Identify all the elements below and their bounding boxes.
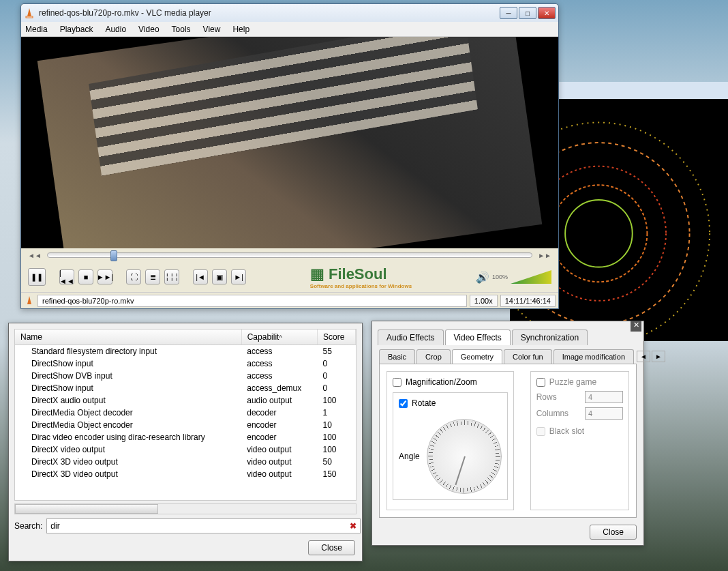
table-row[interactable]: Standard filesystem directory inputacces… [15,345,356,358]
plugins-close-button[interactable]: Close [308,540,355,555]
playlist-button[interactable]: ≣ [145,269,160,284]
subtab-basic[interactable]: Basic [379,349,415,364]
effects-window: ✕ Audio EffectsVideo EffectsSynchronizat… [371,321,644,546]
equalizer-button[interactable]: ╎╎╎ [164,269,179,284]
col-name[interactable]: Name [15,330,241,345]
close-button[interactable]: ✕ [538,7,556,19]
effects-close-icon[interactable]: ✕ [631,321,641,332]
angle-dial[interactable] [427,419,502,494]
effects-tabs-top: Audio EffectsVideo EffectsSynchronizatio… [378,330,638,345]
video-frame-image [37,37,543,248]
geometry-left-group: Magnification/Zoom Rotate Angle [386,371,514,510]
svg-point-0 [565,200,633,267]
table-row[interactable]: DirectX 3D video outputvideo output50 [15,456,356,468]
table-row[interactable]: DirectShow DVB inputaccess0 [15,370,356,382]
col-score[interactable]: Score [317,330,355,345]
puzzle-group: Puzzle game Rows Columns Black slot [530,371,629,510]
table-row[interactable]: DirectMedia Object encoderencoder10 [15,419,356,431]
table-row[interactable]: DirectX 3D video outputvideo output150 [15,468,356,480]
frame-back-button[interactable]: |◄ [193,269,208,284]
table-row[interactable]: DirectX audio outputaudio output100 [15,394,356,407]
search-input[interactable] [46,518,361,533]
speaker-icon[interactable]: 🔊 [476,271,489,284]
rotate-group: Rotate Angle [393,392,508,500]
table-row[interactable]: DirectShow inputaccess0 [15,357,356,370]
pause-button[interactable]: ❚❚ [28,268,46,286]
effects-subtabs: BasicCropGeometryColor funImage modifica… [379,349,637,364]
menu-view[interactable]: View [203,25,221,34]
subtab-nav[interactable]: ◄ [637,351,650,362]
seek-fwd-icon[interactable]: ►► [538,252,551,259]
subtab-nav[interactable]: ► [652,351,665,362]
minimize-button[interactable]: ─ [500,7,517,19]
menu-help[interactable]: Help [232,25,249,34]
subtab-color-fun[interactable]: Color fun [504,349,552,364]
stop-button[interactable]: ■ [78,269,93,284]
magzoom-checkbox[interactable]: Magnification/Zoom [393,377,508,387]
col-capability[interactable]: Capabilit^ [241,330,317,345]
blackslot-checkbox[interactable]: Black slot [536,426,623,436]
rotate-checkbox[interactable]: Rotate [399,398,502,408]
menu-media[interactable]: Media [25,25,48,34]
volume-slider[interactable] [511,270,551,284]
volume-label: 100% [492,274,508,280]
menu-video[interactable]: Video [138,25,159,34]
rows-label: Rows [536,392,557,402]
window-title: refined-qos-blu720p-ro.mkv - VLC media p… [39,8,500,18]
fullscreen-button[interactable]: ⛶ [126,269,141,284]
subtab-image-modification[interactable]: Image modification [553,349,634,364]
puzzle-checkbox[interactable]: Puzzle game [536,377,623,387]
tab-video-effects[interactable]: Video Effects [445,330,511,345]
playback-speed[interactable]: 1.00x [470,295,498,307]
playback-time[interactable]: 14:11/1:46:14 [500,295,556,307]
effects-close-button[interactable]: Close [590,525,637,540]
svg-rect-5 [26,16,33,18]
table-row[interactable]: Dirac video encoder using dirac-research… [15,431,356,443]
titlebar[interactable]: refined-qos-blu720p-ro.mkv - VLC media p… [21,4,558,22]
tab-synchronization[interactable]: Synchronization [512,330,588,345]
subtab-crop[interactable]: Crop [416,349,451,364]
menu-tools[interactable]: Tools [172,25,191,34]
maximize-button[interactable]: □ [519,7,536,19]
status-filename[interactable]: refined-qos-blu720p-ro.mkv [37,295,467,307]
columns-label: Columns [536,409,568,418]
search-label: Search: [14,521,42,531]
frame-fwd-button[interactable]: ►| [231,269,246,284]
subtab-geometry[interactable]: Geometry [452,349,502,364]
vlc-cone-icon [24,8,35,18]
angle-label: Angle [399,452,420,461]
record-button[interactable]: ▣ [212,269,227,284]
menu-audio[interactable]: Audio [105,25,126,34]
next-button[interactable]: ►►| [97,269,112,284]
columns-spinner[interactable] [585,407,623,420]
table-row[interactable]: DirectX video outputvideo output100 [15,443,356,456]
seek-slider[interactable] [47,252,532,258]
table-row[interactable]: DirectShow inputaccess_demux0 [15,382,356,394]
horizontal-scrollbar[interactable] [14,503,357,514]
prev-button[interactable]: |◄◄ [59,269,74,284]
vlc-main-window: refined-qos-blu720p-ro.mkv - VLC media p… [20,3,559,309]
rows-spinner[interactable] [585,391,623,403]
tab-audio-effects[interactable]: Audio Effects [378,330,444,345]
watermark: ▦ FileSoul Software and applications for… [250,265,472,289]
table-row[interactable]: DirectMedia Object decoderdecoder1 [15,407,356,419]
plugins-table[interactable]: Name Capabilit^ Score Standard filesyste… [14,329,357,501]
seek-back-icon[interactable]: ◄◄ [28,252,42,259]
menubar: Media Playback Audio Video Tools View He… [21,22,558,37]
plugins-window: Name Capabilit^ Score Standard filesyste… [8,323,363,561]
menu-playback[interactable]: Playback [60,25,93,34]
clear-search-icon[interactable]: ✖ [350,521,357,531]
vlc-cone-icon [24,295,35,306]
video-area[interactable] [21,37,558,248]
